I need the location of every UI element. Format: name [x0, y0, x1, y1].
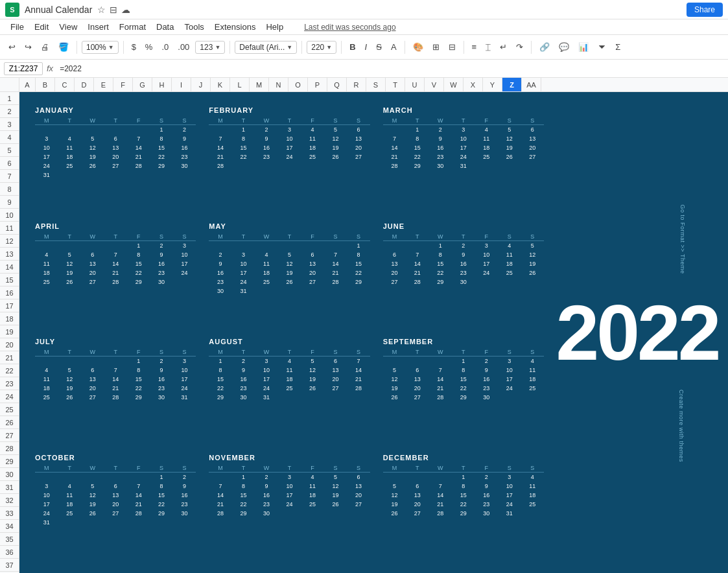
day-cell[interactable]: 13	[301, 259, 323, 268]
day-cell[interactable]: 4	[521, 473, 544, 482]
row-5[interactable]: 5	[0, 144, 19, 157]
day-cell[interactable]	[521, 393, 544, 402]
day-cell[interactable]: 8	[429, 250, 452, 259]
day-cell[interactable]: 2	[173, 473, 196, 482]
day-cell[interactable]: 24	[35, 509, 58, 518]
day-cell[interactable]: 8	[150, 134, 172, 143]
day-cell[interactable]: 15	[452, 375, 475, 384]
day-cell[interactable]: 28	[347, 384, 370, 393]
day-cell[interactable]: 15	[209, 375, 231, 384]
day-cell[interactable]: 3	[498, 357, 521, 366]
day-cell[interactable]	[475, 161, 498, 170]
print-button[interactable]: 🖨	[38, 40, 53, 54]
day-cell[interactable]: 17	[173, 375, 196, 384]
day-cell[interactable]: 15	[127, 375, 150, 384]
day-cell[interactable]: 29	[232, 509, 255, 518]
day-cell[interactable]	[521, 161, 544, 170]
day-cell[interactable]	[173, 277, 196, 286]
day-cell[interactable]	[81, 286, 104, 296]
day-cell[interactable]	[406, 170, 429, 180]
row-1[interactable]: 1	[0, 92, 19, 105]
day-cell[interactable]: 10	[278, 482, 301, 491]
col-B[interactable]: B	[36, 78, 55, 91]
day-cell[interactable]	[452, 170, 475, 180]
cell-reference[interactable]: Z1:Z237	[4, 62, 43, 75]
day-cell[interactable]	[232, 241, 255, 250]
day-cell[interactable]: 26	[58, 277, 80, 286]
day-cell[interactable]: 9	[255, 134, 277, 143]
day-cell[interactable]: 28	[104, 393, 126, 402]
day-cell[interactable]: 7	[324, 250, 347, 259]
day-cell[interactable]: 27	[347, 500, 370, 509]
day-cell[interactable]: 24	[278, 152, 301, 161]
day-cell[interactable]: 7	[104, 366, 126, 375]
day-cell[interactable]	[255, 241, 277, 250]
day-cell[interactable]: 24	[173, 268, 196, 277]
day-cell[interactable]: 7	[127, 482, 150, 491]
day-cell[interactable]: 5	[383, 366, 406, 375]
day-cell[interactable]: 25	[278, 384, 301, 393]
day-cell[interactable]: 18	[58, 152, 80, 161]
day-cell[interactable]: 5	[521, 241, 544, 250]
day-cell[interactable]: 3	[232, 250, 255, 259]
drive-icon[interactable]: ⊟	[110, 5, 117, 15]
day-cell[interactable]	[278, 393, 301, 402]
day-cell[interactable]: 19	[58, 384, 80, 393]
day-cell[interactable]: 24	[232, 277, 255, 286]
day-cell[interactable]	[429, 473, 452, 482]
day-cell[interactable]: 29	[150, 161, 172, 170]
col-N[interactable]: N	[269, 78, 288, 91]
day-cell[interactable]	[35, 125, 58, 134]
day-cell[interactable]: 10	[173, 366, 196, 375]
day-cell[interactable]	[324, 286, 347, 296]
row-9[interactable]: 9	[0, 196, 19, 209]
day-cell[interactable]	[301, 286, 323, 296]
day-cell[interactable]: 6	[383, 250, 406, 259]
day-cell[interactable]	[429, 402, 452, 411]
day-cell[interactable]: 24	[498, 500, 521, 509]
day-cell[interactable]	[35, 473, 58, 482]
day-cell[interactable]: 3	[35, 134, 58, 143]
day-cell[interactable]: 17	[475, 259, 498, 268]
day-cell[interactable]: 20	[81, 384, 104, 393]
day-cell[interactable]: 12	[81, 143, 104, 152]
day-cell[interactable]: 18	[301, 491, 323, 500]
day-cell[interactable]: 10	[35, 491, 58, 500]
row-37[interactable]: 37	[0, 559, 19, 572]
day-cell[interactable]	[150, 170, 172, 180]
day-cell[interactable]: 20	[301, 268, 323, 277]
col-A[interactable]: A	[19, 78, 36, 91]
day-cell[interactable]	[521, 509, 544, 518]
row-27[interactable]: 27	[0, 429, 19, 442]
day-cell[interactable]: 30	[150, 277, 172, 286]
day-cell[interactable]: 3	[173, 357, 196, 366]
row-35[interactable]: 35	[0, 533, 19, 546]
day-cell[interactable]	[278, 241, 301, 250]
day-cell[interactable]: 19	[278, 268, 301, 277]
day-cell[interactable]	[406, 241, 429, 250]
day-cell[interactable]: 11	[301, 134, 323, 143]
day-cell[interactable]	[383, 402, 406, 411]
row-21[interactable]: 21	[0, 351, 19, 364]
row-25[interactable]: 25	[0, 403, 19, 416]
row-33[interactable]: 33	[0, 507, 19, 520]
row-26[interactable]: 26	[0, 416, 19, 429]
day-cell[interactable]: 19	[301, 375, 323, 384]
day-cell[interactable]: 29	[406, 161, 429, 170]
day-cell[interactable]: 24	[452, 152, 475, 161]
day-cell[interactable]: 20	[383, 268, 406, 277]
day-cell[interactable]: 27	[324, 384, 347, 393]
row-13[interactable]: 13	[0, 248, 19, 261]
day-cell[interactable]: 27	[81, 393, 104, 402]
day-cell[interactable]: 27	[104, 161, 126, 170]
day-cell[interactable]: 23	[173, 500, 196, 509]
day-cell[interactable]	[150, 402, 172, 411]
col-E[interactable]: E	[94, 78, 113, 91]
day-cell[interactable]: 13	[324, 366, 347, 375]
day-cell[interactable]: 2	[255, 125, 277, 134]
day-cell[interactable]	[104, 473, 126, 482]
day-cell[interactable]: 13	[104, 143, 126, 152]
day-cell[interactable]: 21	[104, 268, 126, 277]
day-cell[interactable]: 18	[301, 143, 323, 152]
day-cell[interactable]: 22	[452, 500, 475, 509]
